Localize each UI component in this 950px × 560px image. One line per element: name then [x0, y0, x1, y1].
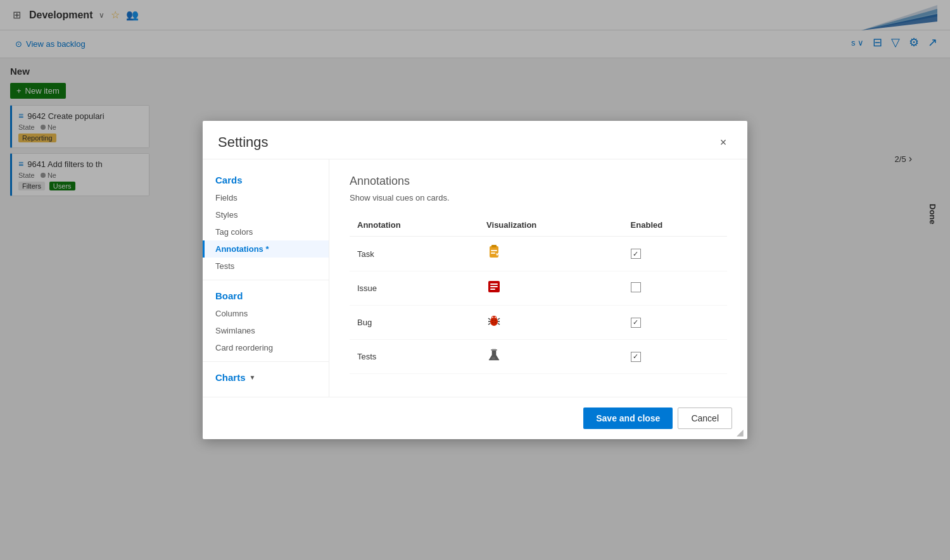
annotations-table: Annotation Visualization Enabled Task [350, 215, 727, 374]
svg-rect-6 [491, 252, 495, 254]
sidebar-item-tests[interactable]: Tests [203, 258, 329, 275]
table-row: Task [350, 237, 727, 271]
modal-overlay: Settings × Cards Fields Styles Tag color… [0, 0, 950, 560]
sidebar-section-board[interactable]: Board [203, 285, 329, 305]
svg-rect-4 [491, 245, 497, 247]
annotation-task-label: Task [350, 237, 479, 271]
save-and-close-button[interactable]: Save and close [583, 408, 673, 429]
tests-checkbox[interactable] [631, 352, 641, 362]
resize-handle[interactable]: ◢ [737, 428, 744, 437]
svg-line-21 [488, 323, 490, 325]
bug-icon [486, 313, 502, 332]
annotation-issue-label: Issue [350, 271, 479, 306]
content-description: Show visual cues on cards. [350, 193, 727, 202]
modal-sidebar: Cards Fields Styles Tag colors Annotatio… [203, 159, 329, 397]
modal-header: Settings × [203, 121, 747, 159]
issue-icon [486, 279, 502, 297]
task-enabled-cell[interactable] [623, 237, 727, 271]
modal-body: Cards Fields Styles Tag colors Annotatio… [203, 159, 747, 397]
svg-point-18 [495, 322, 496, 323]
svg-point-15 [492, 320, 493, 321]
bug-enabled-cell[interactable] [623, 306, 727, 340]
modal-close-button[interactable]: × [714, 134, 732, 151]
col-enabled: Enabled [623, 215, 727, 237]
col-visualization: Visualization [479, 215, 623, 237]
sidebar-item-annotations[interactable]: Annotations * [203, 240, 329, 258]
svg-rect-25 [491, 349, 497, 351]
bug-checkbox[interactable] [631, 318, 641, 328]
sidebar-item-tag-colors[interactable]: Tag colors [203, 223, 329, 240]
svg-point-13 [492, 317, 493, 318]
svg-rect-9 [490, 286, 498, 287]
svg-point-16 [495, 320, 496, 321]
settings-modal: Settings × Cards Fields Styles Tag color… [203, 121, 747, 439]
task-visualization [479, 237, 623, 271]
col-annotation: Annotation [350, 215, 479, 237]
tests-visualization [479, 340, 623, 374]
sidebar-item-styles[interactable]: Styles [203, 206, 329, 223]
table-row: Issue [350, 271, 727, 306]
tests-enabled-cell[interactable] [623, 340, 727, 374]
task-icon [486, 244, 502, 263]
sidebar-section-cards[interactable]: Cards [203, 170, 329, 189]
issue-checkbox[interactable] [631, 282, 641, 292]
nav-divider [203, 280, 329, 280]
down-triangle-icon: ▼ [250, 374, 256, 381]
table-row: Tests [350, 340, 727, 374]
sidebar-section-charts[interactable]: Charts ▼ [203, 367, 329, 387]
modal-title: Settings [218, 134, 269, 151]
task-checkbox[interactable] [631, 249, 641, 259]
bug-visualization [479, 306, 623, 340]
nav-divider-2 [203, 361, 329, 362]
svg-line-22 [498, 318, 500, 320]
charts-label: Charts [215, 372, 246, 383]
issue-visualization [479, 271, 623, 306]
tests-icon [486, 347, 502, 366]
svg-point-14 [495, 317, 496, 318]
sidebar-item-columns[interactable]: Columns [203, 305, 329, 322]
sidebar-item-fields[interactable]: Fields [203, 189, 329, 206]
svg-rect-10 [490, 289, 495, 290]
issue-enabled-cell[interactable] [623, 271, 727, 306]
table-row: Bug [350, 306, 727, 340]
svg-line-19 [488, 318, 490, 320]
svg-line-24 [498, 323, 500, 325]
annotation-bug-label: Bug [350, 306, 479, 340]
svg-point-26 [491, 357, 495, 359]
svg-rect-8 [490, 283, 498, 285]
sidebar-item-swimlanes[interactable]: Swimlanes [203, 322, 329, 339]
content-section-title: Annotations [350, 175, 727, 188]
sidebar-item-card-reordering[interactable]: Card reordering [203, 339, 329, 356]
modal-content: Annotations Show visual cues on cards. A… [329, 159, 747, 397]
svg-rect-5 [491, 250, 497, 251]
cancel-button[interactable]: Cancel [678, 408, 732, 429]
svg-point-17 [492, 322, 493, 323]
modal-footer: Save and close Cancel [203, 397, 747, 439]
annotation-tests-label: Tests [350, 340, 479, 374]
